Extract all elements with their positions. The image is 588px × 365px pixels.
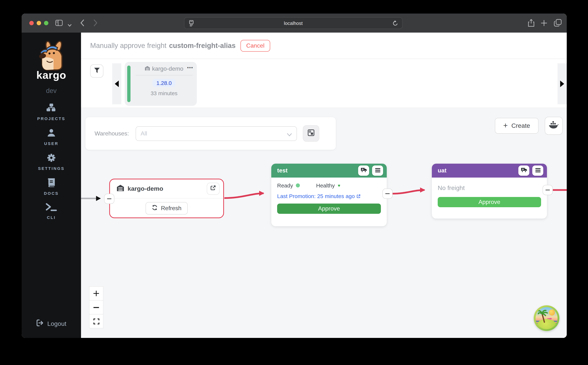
create-button[interactable]: + Create bbox=[495, 118, 538, 134]
no-freight-label: No freight bbox=[438, 184, 541, 192]
logout-icon bbox=[36, 319, 44, 328]
filter-icon bbox=[94, 67, 100, 75]
zoom-out-button[interactable] bbox=[89, 300, 103, 315]
docker-button[interactable] bbox=[545, 117, 563, 135]
freight-card[interactable]: kargo-demo ••• 1.28.0 33 minutes bbox=[125, 62, 197, 106]
freight-timeline: kargo-demo ••• 1.28.0 33 minutes bbox=[81, 59, 567, 108]
warehouses-select[interactable]: All bbox=[135, 126, 297, 141]
timeline-scroll-left[interactable] bbox=[112, 63, 121, 104]
book-icon bbox=[47, 178, 56, 189]
external-link-icon bbox=[211, 185, 216, 192]
new-tab-icon[interactable] bbox=[541, 20, 547, 28]
minus-icon bbox=[107, 198, 111, 199]
filter-button[interactable] bbox=[90, 64, 103, 78]
sidebar-item-cli[interactable]: CLI bbox=[46, 203, 57, 220]
collapse-handle[interactable] bbox=[543, 185, 553, 195]
collapse-handle[interactable] bbox=[104, 194, 114, 204]
sidebar-item-label: CLI bbox=[47, 215, 56, 220]
browser-titlebar: localhost bbox=[22, 14, 567, 33]
sidebar-toggle-icon[interactable] bbox=[55, 20, 63, 28]
stage-name: uat bbox=[438, 167, 447, 174]
sidebar-item-settings[interactable]: SETTINGS bbox=[38, 153, 65, 171]
maximize-window-button[interactable] bbox=[44, 21, 48, 25]
healthy-label: Healthy bbox=[316, 182, 335, 189]
version-label: dev bbox=[46, 87, 57, 95]
caret-left-icon bbox=[115, 81, 119, 87]
zoom-in-button[interactable] bbox=[89, 286, 103, 301]
warehouse-icon bbox=[145, 65, 150, 72]
stage-menu-button[interactable] bbox=[532, 165, 543, 176]
kargo-logo bbox=[34, 41, 69, 72]
freight-version-tag[interactable]: 1.28.0 bbox=[152, 79, 176, 87]
freight-truck-button[interactable] bbox=[358, 165, 369, 176]
warehouses-label: Warehouses: bbox=[94, 130, 129, 137]
logout-label: Logout bbox=[47, 320, 66, 328]
back-button[interactable] bbox=[80, 19, 84, 28]
sidebar-item-docs[interactable]: DOCS bbox=[44, 178, 59, 196]
freight-menu-button[interactable]: ••• bbox=[187, 65, 193, 70]
warehouses-panel: Warehouses: All bbox=[85, 117, 336, 150]
refresh-button[interactable]: Refresh bbox=[145, 202, 188, 215]
close-window-button[interactable] bbox=[29, 21, 34, 25]
page-header: Manually approve freight custom-freight-… bbox=[81, 33, 567, 59]
collapse-handle[interactable] bbox=[382, 189, 393, 199]
warehouse-node-title: kargo-demo bbox=[128, 185, 163, 192]
reload-icon[interactable] bbox=[393, 20, 398, 28]
warehouse-node[interactable]: kargo-demo bbox=[109, 179, 224, 218]
truck-icon bbox=[361, 167, 367, 174]
freight-status-bar bbox=[127, 65, 131, 102]
browser-window: localhost bbox=[22, 14, 567, 338]
pipeline-graph: Warehouses: All bbox=[81, 108, 567, 338]
warehouses-selected-value: All bbox=[141, 130, 147, 137]
sidebar-item-label: DOCS bbox=[44, 191, 59, 196]
forward-button[interactable] bbox=[94, 19, 97, 28]
fit-view-button[interactable] bbox=[89, 314, 103, 328]
island-logo[interactable] bbox=[534, 305, 559, 331]
freight-truck-button[interactable] bbox=[518, 165, 529, 176]
sidebar-item-label: USER bbox=[44, 141, 59, 146]
create-label: Create bbox=[511, 122, 530, 129]
minus-icon bbox=[545, 190, 550, 190]
stage-menu-button[interactable] bbox=[372, 165, 383, 176]
chevron-down-icon[interactable] bbox=[68, 21, 72, 28]
page-settings-icon[interactable] bbox=[189, 20, 194, 28]
sidebar-item-user[interactable]: USER bbox=[44, 128, 59, 146]
gear-icon bbox=[47, 153, 56, 164]
terminal-icon bbox=[46, 203, 57, 213]
ready-status-dot bbox=[296, 183, 300, 187]
page-title: Manually approve freight bbox=[90, 42, 167, 49]
approve-button[interactable]: Approve bbox=[438, 197, 541, 207]
refresh-icon bbox=[152, 205, 158, 212]
images-toggle-button[interactable] bbox=[303, 125, 319, 142]
warehouse-icon bbox=[116, 184, 124, 193]
freight-warehouse-name: kargo-demo bbox=[152, 65, 183, 72]
open-warehouse-button[interactable] bbox=[207, 183, 220, 195]
user-icon bbox=[47, 128, 56, 139]
freight-age: 33 minutes bbox=[136, 90, 192, 96]
stage-header: uat bbox=[432, 164, 547, 178]
external-link-icon bbox=[357, 193, 360, 199]
minus-icon bbox=[385, 193, 390, 194]
share-icon[interactable] bbox=[528, 19, 535, 28]
last-promotion-link[interactable]: Last Promotion: 25 minutes ago bbox=[277, 193, 381, 199]
health-heart-icon: ♥ bbox=[338, 183, 340, 188]
approve-button[interactable]: Approve bbox=[277, 204, 381, 214]
stage-name: test bbox=[277, 167, 288, 174]
cancel-button[interactable]: Cancel bbox=[240, 40, 270, 51]
freight-alias: custom-freight-alias bbox=[169, 42, 236, 49]
refresh-label: Refresh bbox=[161, 205, 181, 212]
timeline-scroll-right[interactable] bbox=[558, 63, 567, 104]
stage-node-test[interactable]: test bbox=[271, 164, 387, 226]
island-scene bbox=[536, 307, 558, 329]
stage-node-uat[interactable]: uat bbox=[432, 164, 547, 218]
traffic-lights bbox=[29, 21, 48, 25]
sidebar-item-projects[interactable]: PROJECTS bbox=[37, 104, 65, 121]
url-text: localhost bbox=[284, 20, 303, 26]
caret-right-icon bbox=[560, 81, 564, 87]
tab-overview-icon[interactable] bbox=[554, 19, 562, 28]
address-bar[interactable]: localhost bbox=[184, 17, 402, 29]
divider bbox=[136, 75, 192, 75]
logout-button[interactable]: Logout bbox=[36, 319, 66, 328]
projects-icon bbox=[47, 104, 56, 114]
minimize-window-button[interactable] bbox=[37, 21, 41, 25]
